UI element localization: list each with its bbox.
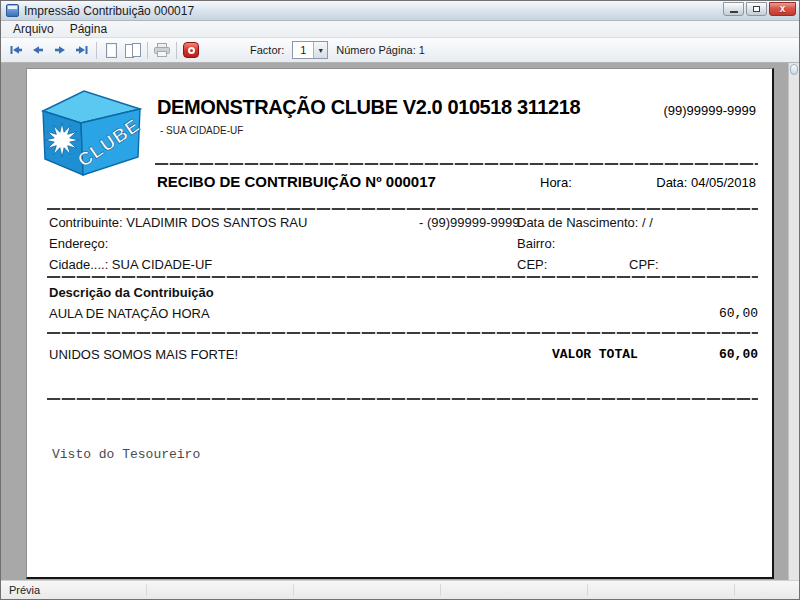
app-window: Impressão Contribuição 000017 x Arquivo … xyxy=(0,0,800,600)
stop-close-icon xyxy=(183,42,199,58)
divider xyxy=(47,332,758,334)
prev-page-button[interactable] xyxy=(27,40,49,60)
two-page-view-button[interactable] xyxy=(122,40,144,60)
status-separator xyxy=(587,584,588,596)
first-page-button[interactable] xyxy=(5,40,27,60)
toolbar-separator xyxy=(147,42,148,59)
cidade-field: Cidade....: SUA CIDADE-UF xyxy=(49,257,212,272)
first-page-icon xyxy=(9,44,23,56)
divider xyxy=(47,398,758,400)
toolbar: Factor: 1 ▼ Número Página: 1 xyxy=(1,38,799,63)
two-pages-icon xyxy=(125,43,141,58)
divider xyxy=(47,208,758,210)
chevron-down-icon[interactable]: ▼ xyxy=(313,42,327,58)
factor-label: Factor: xyxy=(250,44,284,56)
zoom-factor-value: 1 xyxy=(293,42,313,58)
next-page-icon xyxy=(53,44,67,56)
toolbar-separator xyxy=(96,42,97,59)
cep-field: CEP: xyxy=(517,257,547,272)
contribuinte-phone: - (99)99999-9999 xyxy=(419,215,519,230)
status-separator xyxy=(293,584,294,596)
data-label: Data: 04/05/2018 xyxy=(656,175,756,190)
vertical-scrollbar[interactable] xyxy=(788,63,799,580)
nascimento-field: Data de Nascimento: / / xyxy=(517,215,653,230)
item-description: AULA DE NATAÇÃO HORA xyxy=(49,306,210,321)
descricao-header: Descrição da Contribuição xyxy=(49,285,214,300)
item-value: 60,00 xyxy=(719,306,758,321)
statusbar: Prévia xyxy=(1,580,799,599)
divider xyxy=(155,163,758,165)
total-label: VALOR TOTAL xyxy=(552,347,638,362)
status-separator xyxy=(440,584,441,596)
prev-page-icon xyxy=(31,44,45,56)
printer-icon xyxy=(154,43,170,57)
scrollbar-thumb[interactable] xyxy=(790,64,798,75)
preview-area: CLUBE DEMONSTRAÇÃO CLUBE V2.0 010518 311… xyxy=(1,63,799,580)
menu-arquivo[interactable]: Arquivo xyxy=(5,21,62,37)
cpf-field: CPF: xyxy=(629,257,659,272)
page-number-label: Número Página: 1 xyxy=(336,44,425,56)
minimize-button[interactable] xyxy=(723,2,744,16)
total-value: 60,00 xyxy=(719,347,758,362)
header-subtitle: - SUA CIDADE-UF xyxy=(160,125,243,136)
clube-cube-logo: CLUBE xyxy=(39,83,145,177)
restore-icon xyxy=(753,6,760,12)
zoom-factor-select[interactable]: 1 ▼ xyxy=(292,41,328,59)
footer-message: UNIDOS SOMOS MAIS FORTE! xyxy=(49,347,238,362)
receipt-page: CLUBE DEMONSTRAÇÃO CLUBE V2.0 010518 311… xyxy=(26,68,774,579)
status-text: Prévia xyxy=(9,584,40,596)
menu-pagina[interactable]: Página xyxy=(62,21,115,37)
menubar: Arquivo Página xyxy=(1,21,799,38)
close-icon: x xyxy=(780,4,786,14)
divider xyxy=(47,276,758,278)
header-phone: (99)99999-9999 xyxy=(663,103,756,118)
toolbar-separator xyxy=(176,42,177,59)
status-separator xyxy=(146,584,147,596)
print-button[interactable] xyxy=(151,40,173,60)
single-page-view-button[interactable] xyxy=(100,40,122,60)
restore-button[interactable] xyxy=(746,2,767,16)
window-title: Impressão Contribuição 000017 xyxy=(24,4,194,18)
app-icon xyxy=(6,4,19,17)
receipt-title: RECIBO DE CONTRIBUIÇÃO Nº 000017 xyxy=(157,173,436,190)
bairro-field: Bairro: xyxy=(517,236,555,251)
status-separator xyxy=(734,584,735,596)
window-controls: x xyxy=(723,1,796,16)
last-page-icon xyxy=(75,44,89,56)
visto-tesoureiro: Visto do Tesoureiro xyxy=(52,447,200,462)
header-title: DEMONSTRAÇÃO CLUBE V2.0 010518 311218 xyxy=(157,96,580,119)
hora-label: Hora: xyxy=(540,175,572,190)
close-button[interactable]: x xyxy=(769,2,796,16)
titlebar[interactable]: Impressão Contribuição 000017 x xyxy=(1,1,799,21)
last-page-button[interactable] xyxy=(71,40,93,60)
minimize-icon xyxy=(730,11,738,13)
contribuinte-name: Contribuinte: VLADIMIR DOS SANTOS RAU xyxy=(49,215,307,230)
next-page-button[interactable] xyxy=(49,40,71,60)
single-page-icon xyxy=(106,43,117,58)
close-preview-button[interactable] xyxy=(180,40,202,60)
endereco-field: Endereço: xyxy=(49,236,108,251)
